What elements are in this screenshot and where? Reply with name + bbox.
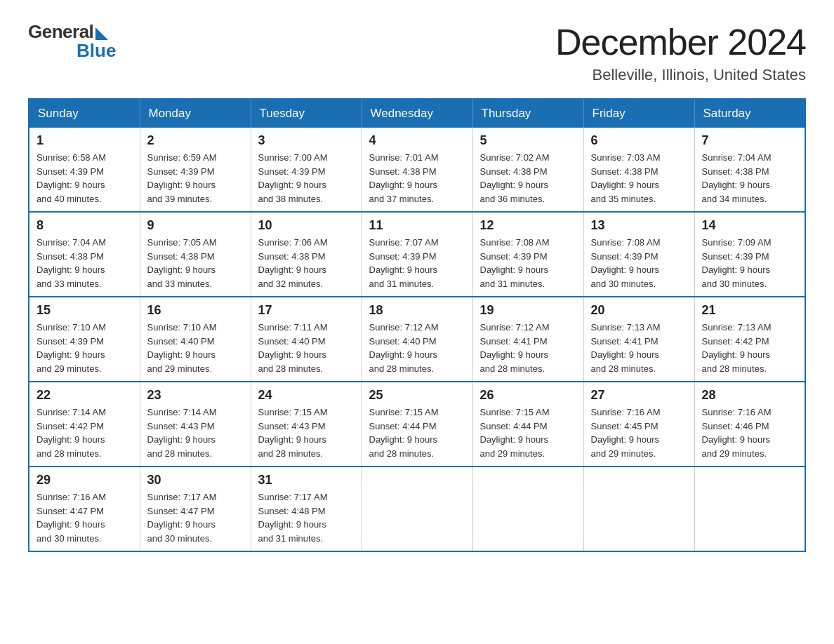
table-row: 18 Sunrise: 7:12 AMSunset: 4:40 PMDaylig… bbox=[362, 297, 472, 382]
header-wednesday: Wednesday bbox=[362, 99, 472, 128]
day-number: 15 bbox=[37, 303, 133, 318]
table-row: 2 Sunrise: 6:59 AMSunset: 4:39 PMDayligh… bbox=[140, 128, 251, 212]
header-saturday: Saturday bbox=[694, 99, 805, 128]
day-number: 20 bbox=[591, 303, 687, 318]
day-number: 22 bbox=[37, 388, 133, 403]
table-row: 8 Sunrise: 7:04 AMSunset: 4:38 PMDayligh… bbox=[29, 212, 140, 297]
day-number: 23 bbox=[147, 388, 244, 403]
day-info: Sunrise: 7:16 AMSunset: 4:45 PMDaylight:… bbox=[591, 407, 661, 459]
table-row: 28 Sunrise: 7:16 AMSunset: 4:46 PMDaylig… bbox=[694, 382, 805, 467]
day-info: Sunrise: 7:04 AMSunset: 4:38 PMDaylight:… bbox=[702, 152, 772, 204]
table-row bbox=[583, 467, 694, 551]
day-info: Sunrise: 7:03 AMSunset: 4:38 PMDaylight:… bbox=[591, 152, 661, 204]
day-number: 26 bbox=[480, 388, 576, 403]
day-number: 18 bbox=[369, 303, 465, 318]
location-title: Belleville, Illinois, United States bbox=[555, 66, 806, 84]
day-number: 16 bbox=[147, 303, 244, 318]
day-info: Sunrise: 7:05 AMSunset: 4:38 PMDaylight:… bbox=[147, 237, 217, 289]
header-tuesday: Tuesday bbox=[251, 99, 362, 128]
day-number: 27 bbox=[591, 388, 687, 403]
day-info: Sunrise: 7:09 AMSunset: 4:39 PMDaylight:… bbox=[702, 237, 772, 289]
day-number: 5 bbox=[480, 133, 576, 148]
table-row: 23 Sunrise: 7:14 AMSunset: 4:43 PMDaylig… bbox=[140, 382, 251, 467]
table-row: 9 Sunrise: 7:05 AMSunset: 4:38 PMDayligh… bbox=[140, 212, 251, 297]
calendar-week-row: 29 Sunrise: 7:16 AMSunset: 4:47 PMDaylig… bbox=[29, 467, 805, 551]
logo: General Gene Blue bbox=[28, 21, 116, 62]
day-number: 25 bbox=[369, 388, 465, 403]
day-info: Sunrise: 7:16 AMSunset: 4:47 PMDaylight:… bbox=[37, 492, 106, 544]
day-info: Sunrise: 7:15 AMSunset: 4:44 PMDaylight:… bbox=[480, 407, 550, 459]
weekday-header-row: Sunday Monday Tuesday Wednesday Thursday… bbox=[29, 99, 805, 128]
month-title: December 2024 bbox=[555, 21, 806, 63]
day-info: Sunrise: 7:17 AMSunset: 4:47 PMDaylight:… bbox=[147, 492, 217, 544]
day-info: Sunrise: 7:12 AMSunset: 4:40 PMDaylight:… bbox=[369, 322, 439, 374]
table-row bbox=[362, 467, 472, 551]
day-number: 9 bbox=[147, 218, 244, 233]
header-thursday: Thursday bbox=[472, 99, 583, 128]
table-row: 11 Sunrise: 7:07 AMSunset: 4:39 PMDaylig… bbox=[362, 212, 472, 297]
day-info: Sunrise: 7:11 AMSunset: 4:40 PMDaylight:… bbox=[258, 322, 328, 374]
day-number: 2 bbox=[147, 133, 244, 148]
logo-blue-text: Blue bbox=[77, 40, 116, 62]
day-number: 19 bbox=[480, 303, 576, 318]
day-number: 13 bbox=[591, 218, 687, 233]
title-area: December 2024 Belleville, Illinois, Unit… bbox=[555, 21, 806, 84]
day-info: Sunrise: 7:13 AMSunset: 4:41 PMDaylight:… bbox=[591, 322, 661, 374]
day-info: Sunrise: 7:15 AMSunset: 4:43 PMDaylight:… bbox=[258, 407, 328, 459]
logo-arrow-icon bbox=[95, 27, 108, 40]
calendar-week-row: 8 Sunrise: 7:04 AMSunset: 4:38 PMDayligh… bbox=[29, 212, 805, 297]
table-row bbox=[694, 467, 805, 551]
calendar-week-row: 15 Sunrise: 7:10 AMSunset: 4:39 PMDaylig… bbox=[29, 297, 805, 382]
day-info: Sunrise: 7:07 AMSunset: 4:39 PMDaylight:… bbox=[369, 237, 439, 289]
day-number: 6 bbox=[591, 133, 687, 148]
table-row bbox=[472, 467, 583, 551]
day-number: 17 bbox=[258, 303, 355, 318]
table-row: 3 Sunrise: 7:00 AMSunset: 4:39 PMDayligh… bbox=[251, 128, 362, 212]
table-row: 31 Sunrise: 7:17 AMSunset: 4:48 PMDaylig… bbox=[251, 467, 362, 551]
day-number: 31 bbox=[258, 473, 355, 488]
table-row: 19 Sunrise: 7:12 AMSunset: 4:41 PMDaylig… bbox=[472, 297, 583, 382]
table-row: 5 Sunrise: 7:02 AMSunset: 4:38 PMDayligh… bbox=[472, 128, 583, 212]
day-info: Sunrise: 7:14 AMSunset: 4:42 PMDaylight:… bbox=[37, 407, 106, 459]
table-row: 24 Sunrise: 7:15 AMSunset: 4:43 PMDaylig… bbox=[251, 382, 362, 467]
table-row: 1 Sunrise: 6:58 AMSunset: 4:39 PMDayligh… bbox=[29, 128, 140, 212]
day-info: Sunrise: 7:00 AMSunset: 4:39 PMDaylight:… bbox=[258, 152, 328, 204]
day-number: 21 bbox=[702, 303, 798, 318]
table-row: 13 Sunrise: 7:08 AMSunset: 4:39 PMDaylig… bbox=[583, 212, 694, 297]
table-row: 29 Sunrise: 7:16 AMSunset: 4:47 PMDaylig… bbox=[29, 467, 140, 551]
calendar-week-row: 1 Sunrise: 6:58 AMSunset: 4:39 PMDayligh… bbox=[29, 128, 805, 212]
day-info: Sunrise: 6:59 AMSunset: 4:39 PMDaylight:… bbox=[147, 152, 217, 204]
table-row: 10 Sunrise: 7:06 AMSunset: 4:38 PMDaylig… bbox=[251, 212, 362, 297]
day-info: Sunrise: 7:10 AMSunset: 4:40 PMDaylight:… bbox=[147, 322, 217, 374]
table-row: 26 Sunrise: 7:15 AMSunset: 4:44 PMDaylig… bbox=[472, 382, 583, 467]
table-row: 7 Sunrise: 7:04 AMSunset: 4:38 PMDayligh… bbox=[694, 128, 805, 212]
day-number: 1 bbox=[37, 133, 133, 148]
table-row: 4 Sunrise: 7:01 AMSunset: 4:38 PMDayligh… bbox=[362, 128, 472, 212]
day-info: Sunrise: 7:04 AMSunset: 4:38 PMDaylight:… bbox=[37, 237, 106, 289]
day-info: Sunrise: 7:13 AMSunset: 4:42 PMDaylight:… bbox=[702, 322, 772, 374]
day-number: 12 bbox=[480, 218, 576, 233]
table-row: 14 Sunrise: 7:09 AMSunset: 4:39 PMDaylig… bbox=[694, 212, 805, 297]
header-monday: Monday bbox=[140, 99, 251, 128]
day-number: 14 bbox=[702, 218, 798, 233]
day-number: 4 bbox=[369, 133, 465, 148]
calendar-week-row: 22 Sunrise: 7:14 AMSunset: 4:42 PMDaylig… bbox=[29, 382, 805, 467]
header-friday: Friday bbox=[583, 99, 694, 128]
day-info: Sunrise: 7:08 AMSunset: 4:39 PMDaylight:… bbox=[591, 237, 661, 289]
table-row: 21 Sunrise: 7:13 AMSunset: 4:42 PMDaylig… bbox=[694, 297, 805, 382]
day-number: 30 bbox=[147, 473, 244, 488]
table-row: 16 Sunrise: 7:10 AMSunset: 4:40 PMDaylig… bbox=[140, 297, 251, 382]
table-row: 15 Sunrise: 7:10 AMSunset: 4:39 PMDaylig… bbox=[29, 297, 140, 382]
day-number: 8 bbox=[37, 218, 133, 233]
day-info: Sunrise: 7:17 AMSunset: 4:48 PMDaylight:… bbox=[258, 492, 328, 544]
table-row: 22 Sunrise: 7:14 AMSunset: 4:42 PMDaylig… bbox=[29, 382, 140, 467]
calendar-table: Sunday Monday Tuesday Wednesday Thursday… bbox=[28, 98, 806, 552]
header-sunday: Sunday bbox=[29, 99, 140, 128]
day-info: Sunrise: 7:06 AMSunset: 4:38 PMDaylight:… bbox=[258, 237, 328, 289]
day-info: Sunrise: 7:10 AMSunset: 4:39 PMDaylight:… bbox=[37, 322, 106, 374]
day-number: 10 bbox=[258, 218, 355, 233]
table-row: 25 Sunrise: 7:15 AMSunset: 4:44 PMDaylig… bbox=[362, 382, 472, 467]
day-number: 29 bbox=[37, 473, 133, 488]
day-info: Sunrise: 7:01 AMSunset: 4:38 PMDaylight:… bbox=[369, 152, 439, 204]
day-info: Sunrise: 7:14 AMSunset: 4:43 PMDaylight:… bbox=[147, 407, 217, 459]
